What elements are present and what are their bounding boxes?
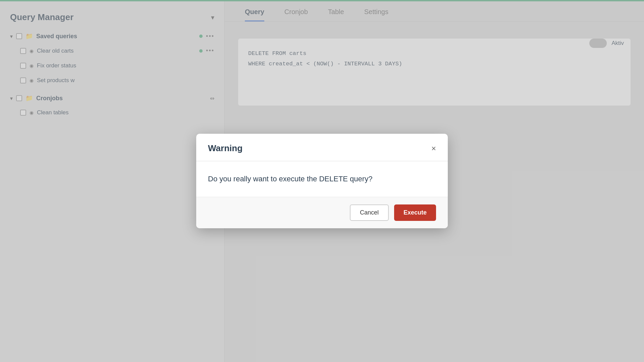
dialog-title: Warning (208, 143, 243, 154)
dialog-header: Warning × (196, 134, 448, 161)
dialog-body: Do you really want to execute the DELETE… (196, 161, 448, 197)
execute-button[interactable]: Execute (394, 204, 436, 221)
dialog-footer: Cancel Execute (196, 197, 448, 228)
dialog-message: Do you really want to execute the DELETE… (208, 175, 436, 183)
warning-dialog: Warning × Do you really want to execute … (196, 134, 448, 228)
cancel-button[interactable]: Cancel (350, 204, 389, 221)
dialog-close-button[interactable]: × (431, 144, 436, 153)
